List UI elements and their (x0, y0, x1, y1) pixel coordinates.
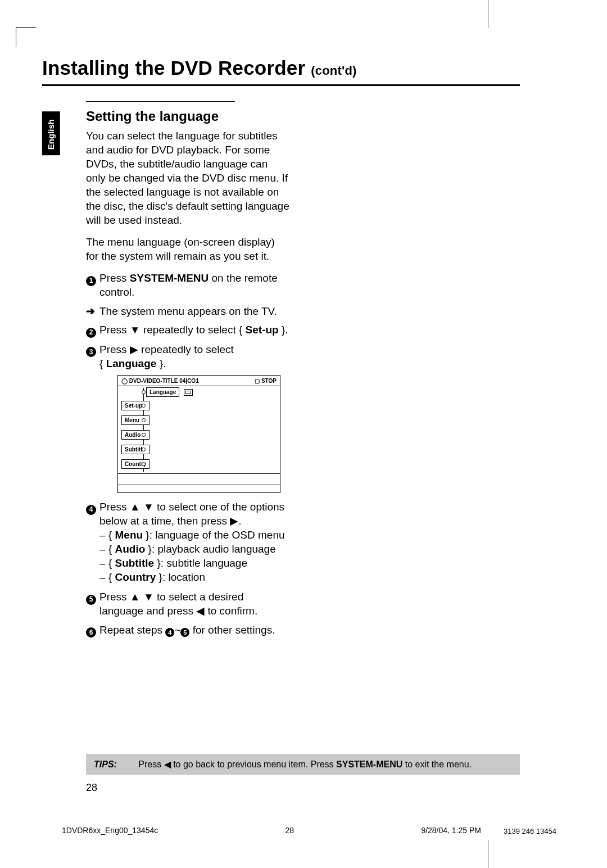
page-number: 28 (86, 781, 97, 795)
body-para: You can select the language for subtitle… (86, 129, 289, 228)
tips-label: TIPS: (94, 760, 117, 769)
osd-active-icon (184, 389, 193, 396)
result-arrow-icon: ➔ (86, 304, 95, 318)
footer-code: 3139 246 13454 (504, 828, 556, 835)
text: Repeat steps (99, 624, 165, 636)
text: }. (156, 358, 166, 369)
osd-node-dot (142, 447, 146, 451)
osd-node-dot (142, 433, 146, 437)
osd-node-dot (142, 404, 146, 408)
title-contd: (cont'd) (311, 64, 356, 78)
step-ref-badge-4: 4 (165, 628, 174, 637)
text: The system menu appears on the TV. (99, 304, 289, 318)
step-1-result: ➔ The system menu appears on the TV. (86, 304, 289, 318)
osd-footer-row (118, 485, 280, 492)
step-4: 4 Press ▲ ▼ to select one of the options… (86, 500, 289, 584)
text: Press ▲ ▼ to select one of the options b… (99, 501, 284, 527)
step-badge-5: 5 (86, 595, 96, 605)
text-bold: Audio (115, 543, 145, 555)
body-para: The menu language (on-screen display) fo… (86, 235, 289, 263)
osd-header-title: DVD-VIDEO-TITLE 04|CO1 (129, 378, 199, 384)
step-badge-1: 1 (86, 276, 96, 286)
text: }: location (156, 571, 205, 583)
text: { (99, 358, 106, 369)
text-bold: SYSTEM-MENU (130, 272, 209, 284)
text-bold: Country (115, 571, 156, 583)
footer-page: 28 (158, 825, 421, 835)
footer-filename: 1DVDR6xx_Eng00_13454c (62, 825, 158, 835)
step-5: 5 Press ▲ ▼ to select a desired language… (86, 590, 289, 618)
title-bar: Installing the DVD Recorder (cont'd) (42, 55, 520, 86)
section-heading: Setting the language (86, 107, 289, 125)
step-2: 2 Press ▼ repeatedly to select { Set-up … (86, 323, 289, 338)
osd-node-dot (142, 462, 146, 466)
tips-bar: TIPS: Press ◀ to go back to previous men… (86, 754, 520, 775)
text-bold: Language (106, 358, 157, 369)
section-rule (86, 101, 235, 102)
text: }: subtitle language (154, 557, 247, 569)
osd-node-dot (142, 418, 146, 422)
osd-menu-figure: ◯ DVD-VIDEO-TITLE 04|CO1 ▢ STOP Language… (117, 375, 280, 493)
page-sheet: Installing the DVD Recorder (cont'd) Eng… (42, 17, 520, 806)
title-main: Installing the DVD Recorder (42, 57, 305, 79)
step-1: 1 Press SYSTEM-MENU on the remote contro… (86, 271, 289, 299)
text: }: language of the OSD menu (143, 529, 284, 541)
crop-mark (488, 840, 489, 868)
step4-list: – { Menu }: language of the OSD menu – {… (99, 528, 289, 584)
text: Press ▼ repeatedly to select { (99, 324, 246, 336)
imposition-footer: 1DVDR6xx_Eng00_13454c 28 9/28/04, 1:25 P… (62, 825, 556, 835)
text: Press ▶ repeatedly to select (99, 343, 234, 355)
text: Press ▲ ▼ to select a desired language a… (99, 590, 289, 618)
crop-mark (16, 27, 36, 47)
step-ref-badge-5: 5 (180, 628, 189, 637)
text: for other settings. (189, 624, 275, 636)
text: }: playback audio language (145, 543, 275, 555)
step-badge-3: 3 (86, 347, 96, 357)
text-bold: Menu (115, 529, 143, 541)
osd-stop: ▢ STOP (255, 377, 277, 385)
footer-date: 9/28/04, 1:25 PM (421, 825, 481, 835)
osd-header-stop: STOP (261, 378, 277, 384)
language-tab: English (42, 111, 60, 155)
osd-cell-language: Language (146, 387, 179, 397)
step-badge-6: 6 (86, 627, 96, 638)
step-badge-2: 2 (86, 328, 96, 338)
text: to exit the menu. (402, 760, 472, 769)
osd-disc-icon: ◯ DVD-VIDEO-TITLE 04|CO1 (121, 377, 199, 385)
step-badge-4: 4 (86, 505, 96, 515)
osd-footer-row (118, 473, 280, 485)
text-bold: SYSTEM-MENU (336, 760, 402, 769)
text: Press (99, 272, 130, 284)
osd-node-dot (142, 390, 146, 394)
text-bold: Set-up (246, 324, 279, 336)
step-6: 6 Repeat steps 4~5 for other settings. (86, 623, 289, 638)
page-title: Installing the DVD Recorder (cont'd) (42, 57, 357, 79)
text-bold: Subtitle (115, 557, 154, 569)
text: Press ◀ to go back to previous menu item… (138, 760, 336, 769)
text: }. (279, 324, 288, 336)
text: ~ (174, 624, 180, 636)
step-3: 3 Press ▶ repeatedly to select{ Language… (86, 342, 289, 370)
